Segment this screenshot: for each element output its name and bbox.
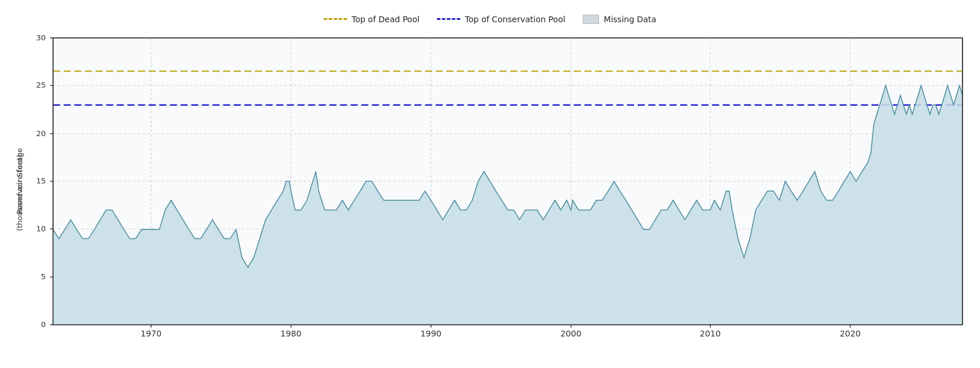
- x-tick-1990: 1990: [421, 329, 442, 338]
- missing-data-box-icon: [583, 15, 599, 24]
- y-axis-label-units: (thousand acre-feet): [15, 154, 24, 231]
- y-tick-10: 10: [36, 224, 46, 233]
- legend-item-conservation-pool: Top of Conservation Pool: [437, 15, 565, 24]
- legend-item-dead-pool: Top of Dead Pool: [324, 15, 419, 24]
- dead-pool-label: Top of Dead Pool: [352, 15, 419, 24]
- chart-container: Top of Dead Pool Top of Conservation Poo…: [0, 0, 980, 368]
- y-tick-0: 0: [41, 320, 46, 329]
- x-tick-1970: 1970: [141, 329, 162, 338]
- y-tick-30: 30: [36, 33, 46, 42]
- y-tick-5: 5: [41, 272, 46, 281]
- main-chart-svg: 0 5 10 15 20 25 30 1970 1980: [12, 32, 968, 353]
- chart-area: 0 5 10 15 20 25 30 1970 1980: [12, 32, 968, 353]
- x-tick-2000: 2000: [561, 329, 582, 338]
- missing-data-label: Missing Data: [604, 15, 656, 24]
- dead-pool-line-icon: [324, 18, 347, 20]
- x-tick-2020: 2020: [840, 329, 861, 338]
- y-tick-25: 25: [36, 81, 46, 89]
- y-tick-20: 20: [36, 129, 46, 138]
- conservation-pool-label: Top of Conservation Pool: [465, 15, 565, 24]
- legend-item-missing-data: Missing Data: [583, 15, 656, 24]
- legend: Top of Dead Pool Top of Conservation Poo…: [12, 6, 968, 32]
- conservation-pool-line-icon: [437, 18, 460, 20]
- x-tick-2010: 2010: [700, 329, 721, 338]
- x-tick-1980: 1980: [281, 329, 302, 338]
- y-tick-15: 15: [36, 176, 46, 185]
